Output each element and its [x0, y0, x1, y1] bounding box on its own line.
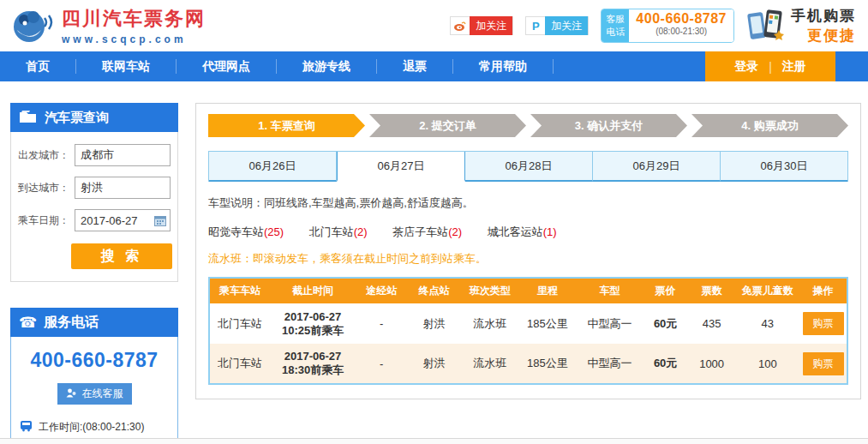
station-filter-beimen[interactable]: 北门车站(2)	[309, 225, 368, 238]
folder-icon	[19, 110, 38, 126]
step-success: 4. 购票成功	[691, 114, 848, 137]
col-header-station: 乘车车站	[209, 278, 270, 303]
schedule-table: 乘车车站 截止时间 途经站 终点站 班次类型 里程 车型 票价 票数 免票儿童数…	[208, 277, 848, 385]
service-panel-title: 服务电话	[44, 314, 99, 332]
search-panel-title: 汽车票查询	[45, 110, 109, 126]
col-header-bus-type: 车型	[576, 278, 643, 303]
panda-logo-icon	[12, 4, 55, 48]
site-logo[interactable]: 四川汽车票务网 www.scqcp.com	[12, 4, 206, 48]
cell-via: -	[356, 344, 407, 384]
col-header-deadline: 截止时间	[270, 278, 356, 303]
depart-city-input[interactable]: 成都市	[75, 144, 171, 166]
col-header-via: 途经站	[356, 278, 407, 303]
rolling-service-note: 流水班：即滚动发车，乘客须在截止时间之前到站乘车。	[208, 251, 848, 267]
sidebar: 汽车票查询 出发城市： 成都市 到达城市： 射洪 乘车日期：	[10, 103, 178, 444]
col-header-type: 班次类型	[461, 278, 518, 303]
station-filter-zhaojuesi[interactable]: 昭觉寺车站(25)	[208, 225, 284, 238]
weibo-icon	[451, 17, 470, 34]
auth-block: 登录 | 注册	[705, 51, 835, 81]
table-header-row: 乘车车站 截止时间 途经站 终点站 班次类型 里程 车型 票价 票数 免票儿童数…	[209, 278, 847, 303]
arrive-city-label: 到达城市：	[18, 181, 75, 195]
login-button[interactable]: 登录	[734, 59, 758, 75]
col-header-price: 票价	[644, 278, 688, 303]
col-header-distance: 里程	[518, 278, 576, 303]
step-ticket-query: 1. 车票查询	[208, 114, 365, 137]
travel-date-input[interactable]: 2017-06-27	[75, 209, 171, 231]
cell-bus-type: 中型高一	[576, 344, 643, 384]
buy-ticket-button[interactable]: 购票	[803, 352, 844, 375]
hotline-hours: (08:00-21:30)	[636, 27, 727, 36]
cell-bus-type: 中型高一	[576, 303, 643, 344]
nav-item-agents[interactable]: 代理网点	[177, 51, 276, 81]
bus-icon	[20, 420, 33, 435]
hotline-number: 400-660-8787	[636, 11, 727, 27]
mobile-promo-banner[interactable]: 手机购票 更便捷	[746, 6, 856, 45]
cell-free-children: 43	[736, 303, 800, 344]
cell-deadline: 2017-06-27 18:30前乘车	[270, 344, 356, 384]
search-button[interactable]: 搜 索	[71, 243, 172, 269]
calendar-icon[interactable]	[154, 215, 166, 229]
date-tab-0626[interactable]: 06月26日	[209, 152, 337, 182]
mobile-phones-icon	[746, 8, 786, 45]
nav-item-tour-lines[interactable]: 旅游专线	[277, 51, 376, 81]
phone-icon: ☎	[19, 314, 37, 332]
col-header-tickets: 票数	[688, 278, 736, 303]
date-tab-0630[interactable]: 06月30日	[721, 152, 847, 182]
arrive-city-input[interactable]: 射洪	[75, 177, 171, 199]
col-header-terminal: 终点站	[407, 278, 461, 303]
qq-follow-label: 加关注	[545, 16, 588, 35]
cell-via: -	[356, 303, 407, 344]
promo-line1: 手机购票	[791, 6, 856, 26]
nav-item-refund[interactable]: 退票	[377, 51, 452, 81]
buy-ticket-button[interactable]: 购票	[803, 312, 844, 335]
auth-separator: |	[769, 60, 772, 74]
cell-station: 北门车站	[209, 303, 270, 344]
work-time-text: 工作时间:(08:00-21:30)	[39, 420, 144, 435]
cell-type: 流水班	[461, 303, 518, 344]
table-row: 北门车站 2017-06-27 18:30前乘车 - 射洪 流水班 185公里 …	[209, 344, 847, 384]
footer-divider	[0, 438, 868, 444]
station-filter-chadianzi[interactable]: 茶店子车站(2)	[392, 225, 462, 238]
hotline-label: 客服 电话	[602, 9, 629, 42]
online-service-button[interactable]: 在线客服	[57, 383, 132, 405]
nav-separator	[553, 59, 554, 74]
cell-price: 60元	[644, 344, 688, 384]
cell-terminal: 射洪	[407, 344, 461, 384]
service-phone-panel: ☎ 服务电话 400-660-8787 在线客服	[10, 308, 178, 444]
cell-station: 北门车站	[209, 344, 270, 384]
person-icon	[66, 388, 77, 400]
hotline-box: 客服 电话 400-660-8787 (08:00-21:30)	[601, 9, 734, 43]
bus-type-note: 车型说明：同班线路,车型越高,票价越高,舒适度越高。	[208, 195, 848, 211]
nav-item-help[interactable]: 常用帮助	[453, 51, 553, 81]
cell-type: 流水班	[461, 344, 518, 384]
register-button[interactable]: 注册	[782, 59, 806, 75]
main-nav: 首页 联网车站 代理网点 旅游专线 退票 常用帮助 登录 | 注册	[0, 51, 868, 81]
step-submit-order: 2. 提交订单	[369, 114, 526, 137]
site-url: www.scqcp.com	[62, 33, 206, 45]
qq-follow-button[interactable]: P 加关注	[525, 16, 589, 35]
service-phone-number: 400-660-8787	[11, 349, 177, 372]
progress-steps: 1. 车票查询 2. 提交订单 3. 确认并支付 4. 购票成功	[208, 114, 848, 137]
ticket-search-panel: 汽车票查询 出发城市： 成都市 到达城市： 射洪 乘车日期：	[10, 103, 178, 282]
cell-free-children: 100	[736, 344, 800, 384]
cell-tickets: 1000	[688, 344, 736, 384]
date-tab-0628[interactable]: 06月28日	[465, 152, 593, 182]
date-tabs: 06月26日 06月27日 06月28日 06月29日 06月30日	[208, 151, 848, 182]
date-tab-0627[interactable]: 06月27日	[337, 152, 465, 182]
weibo-follow-label: 加关注	[470, 16, 512, 35]
date-tab-0629[interactable]: 06月29日	[593, 152, 721, 182]
cell-distance: 185公里	[518, 303, 576, 344]
promo-line2: 更便捷	[791, 26, 856, 45]
col-header-action: 操作	[799, 278, 847, 303]
cell-terminal: 射洪	[407, 303, 461, 344]
table-row: 北门车站 2017-06-27 10:25前乘车 - 射洪 流水班 185公里 …	[209, 303, 847, 344]
site-title: 四川汽车票务网	[62, 6, 206, 32]
station-filter-chengbei[interactable]: 城北客运站(1)	[488, 225, 557, 238]
col-header-free-children: 免票儿童数	[736, 278, 800, 303]
nav-item-home[interactable]: 首页	[0, 51, 75, 81]
depart-city-label: 出发城市：	[18, 148, 75, 163]
nav-item-stations[interactable]: 联网车站	[76, 51, 176, 81]
travel-date-label: 乘车日期：	[18, 213, 75, 228]
content-panel: 1. 车票查询 2. 提交订单 3. 确认并支付 4. 购票成功 06月26日 …	[195, 103, 861, 399]
weibo-follow-button[interactable]: 加关注	[450, 16, 513, 35]
